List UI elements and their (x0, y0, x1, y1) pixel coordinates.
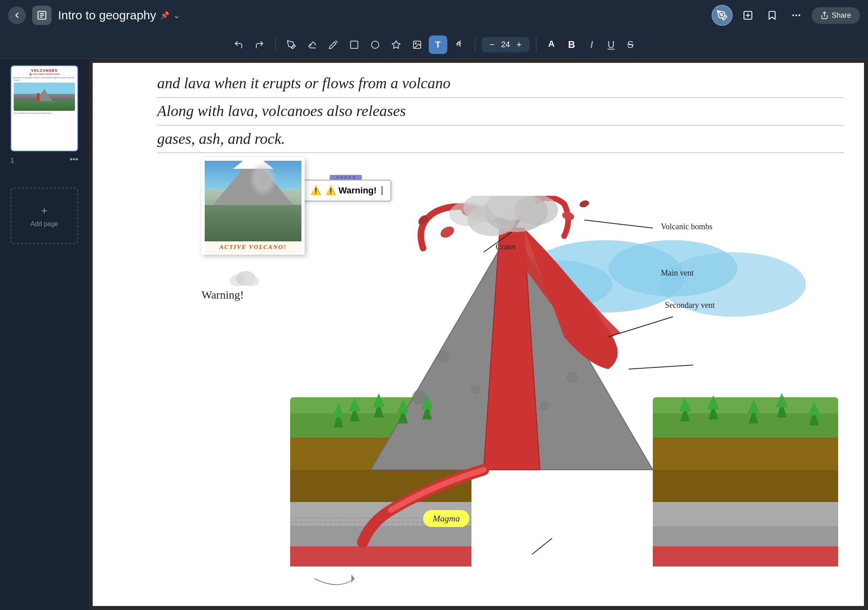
doc-icon-button[interactable] (32, 6, 52, 25)
crater-label: Crater (496, 242, 516, 251)
drawing-tools: T (282, 35, 468, 54)
warning-handle (330, 175, 362, 180)
star-button[interactable] (387, 35, 405, 54)
sidebar: VOLCANOES 🌋 VOLCANIC ERUPTIONS A volcano… (0, 59, 89, 610)
redo-button[interactable] (250, 35, 269, 54)
text-color-icon: A (548, 39, 554, 51)
volcano-photo: ACTIVE VOLCANO! (201, 158, 305, 255)
pencil-button[interactable] (324, 35, 343, 54)
history-tools (229, 35, 269, 54)
divider-1 (275, 37, 276, 52)
magma-label: Magma (423, 510, 469, 527)
eraser-button[interactable] (303, 35, 322, 54)
handwritten-line2: Along with lava, volcanoes also releases (157, 99, 844, 126)
svg-point-61 (514, 196, 558, 225)
italic-icon: I (590, 39, 593, 50)
svg-point-10 (798, 15, 800, 16)
handwritten-text: and lava when it erupts or flows from a … (157, 71, 844, 153)
volcanic-bombs-label: Volcanic bombs (661, 222, 712, 231)
divider-3 (536, 37, 536, 52)
svg-marker-15 (392, 41, 400, 48)
main-vent-label: Main vent (661, 268, 694, 278)
font-size-control: − 24 + (482, 37, 530, 52)
warning-label: Warning! (201, 288, 244, 301)
svg-rect-31 (290, 526, 471, 546)
text-color-button[interactable]: A (543, 36, 560, 53)
add-button[interactable] (739, 6, 757, 24)
undo-button[interactable] (229, 35, 248, 54)
more-button[interactable] (787, 6, 805, 24)
bold-icon: B (568, 39, 575, 50)
volcano-diagram (290, 196, 838, 610)
underline-icon: U (608, 39, 615, 50)
main-canvas: and lava when it erupts or flows from a … (89, 59, 868, 610)
magic-button[interactable] (450, 35, 468, 54)
svg-point-14 (372, 41, 379, 48)
strikethrough-icon: S (627, 39, 633, 50)
svg-rect-37 (653, 502, 838, 526)
page-1-thumbnail[interactable]: VOLCANOES 🌋 VOLCANIC ERUPTIONS A volcano… (10, 65, 78, 151)
header-left: Intro to geography 📌 ⌄ (8, 6, 180, 25)
image-button[interactable] (408, 35, 426, 54)
strikethrough-button[interactable]: S (622, 36, 639, 53)
pin-icon: 📌 (160, 11, 169, 20)
steam-cloud (226, 264, 262, 290)
pen-button[interactable] (282, 35, 301, 54)
add-page-label: Add page (31, 220, 58, 228)
avatar[interactable] (712, 5, 733, 26)
format-tools: A B I U S (543, 35, 639, 54)
document-title: Intro to geography 📌 ⌄ (58, 8, 180, 22)
size-increase-button[interactable]: + (513, 39, 525, 50)
svg-line-12 (336, 41, 337, 42)
svg-line-85 (608, 317, 673, 337)
svg-point-4 (721, 14, 723, 16)
handwritten-line3: gases, ash, and rock. (157, 127, 844, 154)
svg-line-86 (629, 365, 693, 369)
photo-caption: ACTIVE VOLCANO! (205, 241, 301, 253)
svg-point-18 (458, 42, 460, 45)
svg-point-9 (795, 15, 797, 16)
svg-marker-88 (351, 575, 355, 583)
svg-point-44 (437, 351, 449, 363)
svg-rect-32 (290, 546, 471, 566)
italic-button[interactable]: I (583, 36, 600, 53)
size-decrease-button[interactable]: − (486, 39, 498, 50)
svg-line-83 (584, 220, 653, 228)
svg-point-49 (539, 400, 549, 410)
divider-2 (475, 37, 475, 52)
bold-button[interactable]: B (562, 35, 581, 54)
photo-image (205, 161, 301, 241)
svg-point-55 (561, 210, 575, 221)
back-button[interactable] (8, 6, 26, 24)
canvas-content: and lava when it erupts or flows from a … (93, 63, 864, 606)
svg-point-52 (438, 224, 456, 240)
page-more-button[interactable]: ••• (70, 155, 78, 164)
svg-point-17 (415, 43, 416, 44)
svg-point-8 (792, 15, 794, 16)
warning-emoji: ⚠️ (310, 185, 321, 196)
bookmark-button[interactable] (763, 6, 781, 24)
select-rect-button[interactable] (345, 35, 363, 54)
page-number: 1 (10, 157, 14, 164)
font-size-value: 24 (500, 40, 512, 49)
svg-point-21 (245, 276, 259, 286)
text-button[interactable]: T (429, 35, 447, 54)
title-text: Intro to geography (58, 8, 156, 22)
lasso-button[interactable] (366, 35, 384, 54)
svg-rect-38 (653, 526, 838, 546)
svg-line-87 (532, 538, 552, 554)
add-page-button[interactable]: + Add page (10, 188, 78, 244)
text-icon: T (435, 39, 440, 50)
chevron-down-icon[interactable]: ⌄ (173, 10, 180, 20)
underline-button[interactable]: U (602, 36, 619, 53)
warning-text: ⚠️ Warning! (325, 185, 377, 196)
toolbar: T − 24 + A B I U S (0, 31, 868, 59)
cursor-blink (382, 186, 382, 195)
share-button[interactable]: Share (812, 7, 860, 24)
secondary-vent-label: Secondary vent (665, 301, 715, 310)
svg-rect-39 (653, 546, 838, 566)
svg-rect-35 (653, 438, 838, 470)
svg-point-47 (567, 371, 578, 383)
header-right: Share (712, 5, 860, 26)
svg-rect-36 (653, 470, 838, 502)
